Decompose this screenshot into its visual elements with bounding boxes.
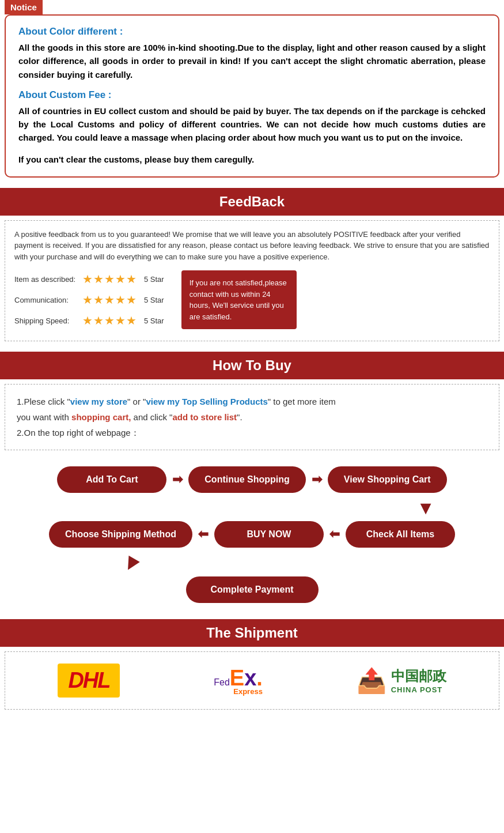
rating-label-2: Communication: — [14, 295, 78, 306]
step1-link4: add to store list — [172, 412, 237, 422]
fedex-ex: x — [244, 666, 256, 690]
fee-text1: All of countries in EU collect custom an… — [18, 104, 486, 145]
view-shopping-cart-btn[interactable]: View Shopping Cart — [328, 466, 447, 493]
star-count-3: 5 Star — [144, 315, 164, 327]
arrow-2: ➡ — [312, 472, 322, 487]
color-text: All the goods in this store are 100% in-… — [18, 41, 486, 81]
fedex-d: E — [230, 666, 244, 690]
step1-link3: shopping cart, — [71, 412, 131, 422]
notice-box: About Color different : All the goods in… — [5, 14, 499, 178]
arrow-down-1: ▼ — [6, 497, 498, 519]
feedback-header: FeedBack — [0, 188, 504, 216]
howtobuy-step1: 1.Plese click "view my store" or "view m… — [17, 394, 487, 409]
rating-row-2: Communication: ★★★★★ 5 Star — [14, 291, 164, 308]
rating-row-3: Shipping Speed: ★★★★★ 5 Star — [14, 312, 164, 329]
howtobuy-step1-line2: you want with shopping cart, and click "… — [17, 409, 487, 425]
step1-line2-end: ". — [237, 412, 242, 422]
check-all-items-btn[interactable]: Check All Items — [346, 521, 455, 548]
color-title: About Color different : — [18, 26, 486, 37]
fedex-fe: Fed — [214, 677, 230, 687]
chinapost-icon: 📤 — [357, 666, 386, 695]
satisfaction-box: If you are not satisfied,please contact … — [181, 270, 297, 329]
arrow-4: ➡ — [329, 527, 340, 542]
dhl-logo: DHL — [58, 664, 120, 698]
step1-mid: " or " — [127, 397, 146, 406]
shipment-section: The Shipment DHL FedEx. Express 📤 中国邮政 C… — [0, 619, 504, 710]
buy-now-btn[interactable]: BUY NOW — [214, 521, 324, 548]
continue-shopping-btn[interactable]: Continue Shopping — [188, 466, 306, 493]
flow-row-1: Add To Cart ➡ Continue Shopping ➡ View S… — [6, 466, 498, 493]
flow-row-3: Complete Payment — [6, 576, 498, 603]
fedex-logo: FedEx. Express — [214, 666, 263, 696]
chinapost-text-block: 中国邮政 CHINA POST — [391, 667, 446, 694]
star-count-1: 5 Star — [144, 274, 164, 285]
step1-post: " to get more item — [268, 397, 336, 406]
ratings-table: Item as described: ★★★★★ 5 Star Communic… — [14, 270, 164, 333]
notice-header-wrapper: Notice — [0, 0, 504, 14]
shipment-box: DHL FedEx. Express 📤 中国邮政 CHINA POST — [5, 651, 499, 710]
step1-link2: view my Top Selling Products — [146, 397, 267, 406]
stars-3: ★★★★★ — [82, 312, 137, 329]
fee-title: About Custom Fee : — [18, 89, 486, 101]
chinapost-cn: 中国邮政 — [391, 667, 446, 685]
complete-payment-btn[interactable]: Complete Payment — [186, 576, 319, 603]
flow-row-2: Choose Shipping Method ➡ BUY NOW ➡ Check… — [6, 521, 498, 548]
star-count-2: 5 Star — [144, 295, 164, 306]
rating-row-1: Item as described: ★★★★★ 5 Star — [14, 270, 164, 288]
fee-text2: If you can't clear the customs, please b… — [18, 153, 486, 166]
fedex-dot: . — [256, 666, 263, 690]
feedback-intro: A positive feedback from us to you guara… — [14, 229, 490, 263]
notice-header-label: Notice — [5, 0, 43, 14]
rating-label-3: Shipping Speed: — [14, 315, 78, 327]
shipment-header: The Shipment — [0, 619, 504, 647]
rating-label-1: Item as described: — [14, 274, 78, 285]
step1-link1: view my store — [70, 397, 127, 406]
dhl-text: DHL — [68, 668, 109, 692]
feedback-ratings: Item as described: ★★★★★ 5 Star Communic… — [14, 270, 490, 333]
step1-line2-pre: you want with — [17, 412, 71, 422]
howtobuy-box: 1.Plese click "view my store" or "view m… — [5, 384, 499, 450]
stars-1: ★★★★★ — [82, 270, 137, 288]
howtobuy-step2: 2.On the top right of webpage： — [17, 425, 487, 440]
arrow-3: ➡ — [198, 527, 209, 542]
notice-section: Notice About Color different : All the g… — [0, 0, 504, 178]
choose-shipping-btn[interactable]: Choose Shipping Method — [49, 521, 192, 548]
step1-pre: 1.Plese click " — [17, 397, 70, 406]
arrow-diag: ▼ — [6, 552, 498, 574]
howtobuy-header: How To Buy — [0, 352, 504, 379]
flow-section: Add To Cart ➡ Continue Shopping ➡ View S… — [0, 461, 504, 619]
feedback-section: FeedBack A positive feedback from us to … — [0, 188, 504, 342]
chinapost-logo: 📤 中国邮政 CHINA POST — [357, 666, 446, 695]
add-to-cart-btn[interactable]: Add To Cart — [57, 466, 166, 493]
feedback-box: A positive feedback from us to you guara… — [5, 220, 499, 342]
howtobuy-section: How To Buy 1.Plese click "view my store"… — [0, 352, 504, 619]
chinapost-en: CHINA POST — [391, 685, 443, 694]
step1-line2-post: and click " — [131, 412, 172, 422]
arrow-1: ➡ — [172, 472, 183, 487]
stars-2: ★★★★★ — [82, 291, 137, 308]
